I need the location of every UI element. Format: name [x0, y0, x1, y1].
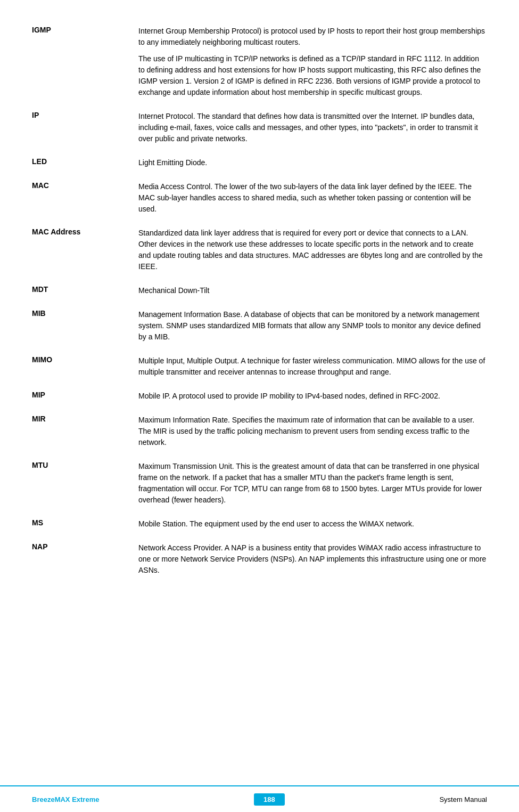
definition-paragraph: Standardized data link layer address tha…	[138, 228, 487, 272]
spacer-row	[32, 406, 487, 410]
definition-paragraph: Management Information Base. A database …	[138, 309, 487, 343]
definition-paragraph: Internet Protocol. The standard that def…	[138, 111, 487, 144]
glossary-definition: Mechanical Down-Tilt	[138, 281, 487, 301]
glossary-row: IGMPInternet Group Membership Protocol) …	[32, 21, 487, 102]
glossary-term: IGMP	[32, 21, 138, 102]
glossary-definition: Network Access Provider. A NAP is a busi…	[138, 538, 487, 580]
glossary-row: MSMobile Station. The equipment used by …	[32, 514, 487, 534]
spacer-row	[32, 510, 487, 514]
definition-paragraph: Mobile IP. A protocol used to provide IP…	[138, 391, 487, 402]
definition-paragraph: Network Access Provider. A NAP is a busi…	[138, 542, 487, 576]
glossary-term: LED	[32, 153, 138, 173]
definition-paragraph: Mechanical Down-Tilt	[138, 285, 487, 296]
spacer-row	[32, 102, 487, 107]
glossary-definition: Maximum Information Rate. Specifies the …	[138, 410, 487, 452]
spacer-row	[32, 580, 487, 584]
glossary-term: MDT	[32, 281, 138, 301]
glossary-row: MIRMaximum Information Rate. Specifies t…	[32, 410, 487, 452]
footer-left: BreezeMAX Extreme	[32, 795, 99, 803]
spacer-row	[32, 219, 487, 223]
glossary-row: MAC AddressStandardized data link layer …	[32, 223, 487, 277]
glossary-term: MAC	[32, 177, 138, 219]
glossary-definition: Mobile IP. A protocol used to provide IP…	[138, 386, 487, 406]
glossary-definition: Management Information Base. A database …	[138, 305, 487, 347]
glossary-term: NAP	[32, 538, 138, 580]
glossary-definition: Mobile Station. The equipment used by th…	[138, 514, 487, 534]
glossary-table: IGMPInternet Group Membership Protocol) …	[32, 21, 487, 584]
spacer-row	[32, 173, 487, 177]
glossary-definition: Standardized data link layer address tha…	[138, 223, 487, 277]
glossary-term: MIP	[32, 386, 138, 406]
glossary-definition: Light Emitting Diode.	[138, 153, 487, 173]
glossary-row: LEDLight Emitting Diode.	[32, 153, 487, 173]
spacer-row	[32, 534, 487, 538]
page-content: IGMPInternet Group Membership Protocol) …	[0, 0, 519, 627]
glossary-row: MIMOMultiple Input, Multiple Output. A t…	[32, 351, 487, 382]
definition-paragraph: Multiple Input, Multiple Output. A techn…	[138, 355, 487, 378]
glossary-term: IP	[32, 107, 138, 149]
definition-paragraph: Maximum Transmission Unit. This is the g…	[138, 461, 487, 506]
glossary-term: MIMO	[32, 351, 138, 382]
glossary-definition: Internet Protocol. The standard that def…	[138, 107, 487, 149]
glossary-definition: Internet Group Membership Protocol) is p…	[138, 21, 487, 102]
spacer-row	[32, 347, 487, 351]
glossary-row: MIPMobile IP. A protocol used to provide…	[32, 386, 487, 406]
glossary-term: MIB	[32, 305, 138, 347]
definition-paragraph: The use of IP multicasting in TCP/IP net…	[138, 53, 487, 98]
glossary-definition: Multiple Input, Multiple Output. A techn…	[138, 351, 487, 382]
spacer-row	[32, 149, 487, 153]
spacer-row	[32, 277, 487, 281]
spacer-row	[32, 452, 487, 457]
glossary-term: MTU	[32, 457, 138, 510]
definition-paragraph: Internet Group Membership Protocol) is p…	[138, 26, 487, 48]
footer-right: System Manual	[439, 795, 487, 803]
glossary-row: MIBManagement Information Base. A databa…	[32, 305, 487, 347]
definition-paragraph: Maximum Information Rate. Specifies the …	[138, 415, 487, 448]
spacer-row	[32, 301, 487, 305]
definition-paragraph: Mobile Station. The equipment used by th…	[138, 518, 487, 530]
glossary-row: MDTMechanical Down-Tilt	[32, 281, 487, 301]
glossary-term: MAC Address	[32, 223, 138, 277]
glossary-row: MTUMaximum Transmission Unit. This is th…	[32, 457, 487, 510]
spacer-row	[32, 382, 487, 386]
glossary-definition: Media Access Control. The lower of the t…	[138, 177, 487, 219]
glossary-row: IPInternet Protocol. The standard that d…	[32, 107, 487, 149]
glossary-row: NAPNetwork Access Provider. A NAP is a b…	[32, 538, 487, 580]
glossary-term: MS	[32, 514, 138, 534]
glossary-term: MIR	[32, 410, 138, 452]
glossary-definition: Maximum Transmission Unit. This is the g…	[138, 457, 487, 510]
page-footer: BreezeMAX Extreme 188 System Manual	[0, 785, 519, 812]
glossary-row: MACMedia Access Control. The lower of th…	[32, 177, 487, 219]
page-number: 188	[254, 793, 285, 806]
definition-paragraph: Light Emitting Diode.	[138, 157, 487, 168]
definition-paragraph: Media Access Control. The lower of the t…	[138, 181, 487, 215]
